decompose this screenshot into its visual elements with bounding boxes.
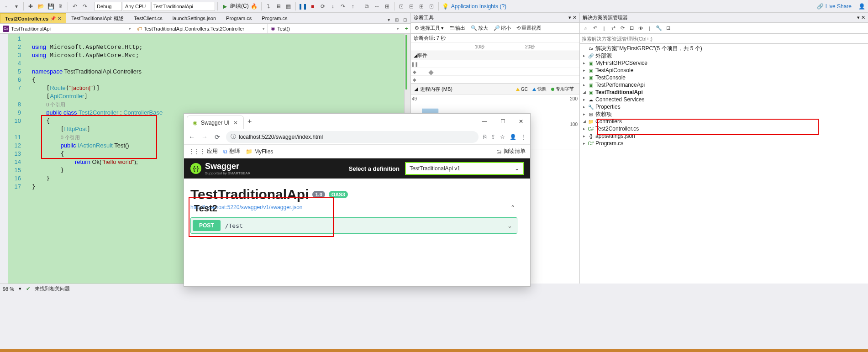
sol-back-icon[interactable]: ↶ xyxy=(591,24,599,32)
browser-back-icon[interactable]: ← xyxy=(188,133,196,141)
fold-gutter[interactable] xyxy=(24,34,30,284)
tab-close-icon[interactable]: ✕ xyxy=(233,120,238,126)
tab-test2controller[interactable]: Test2Controller.cs📌✕ xyxy=(0,13,66,23)
step-out-icon[interactable]: ↑ xyxy=(348,2,358,11)
memory-header[interactable]: ◢ 进程内存 (MB) GC 快照 专用字节 xyxy=(411,84,579,95)
events-header[interactable]: ◢ 事件 xyxy=(411,51,579,60)
solution-search-input[interactable] xyxy=(582,36,866,42)
account-icon[interactable]: 👤 xyxy=(857,2,866,11)
nav-class[interactable]: 🏷TestTraditionalApi.Controllers.Test2Con… xyxy=(134,24,268,33)
kebab-icon[interactable]: ⋮ xyxy=(521,134,526,140)
app-insights-link[interactable]: Application Insights (?) xyxy=(451,3,506,10)
nav-member[interactable]: ◉Test()▾ xyxy=(268,24,402,33)
open-icon[interactable]: 📂 xyxy=(36,2,45,11)
tool7-icon[interactable]: ⊡ xyxy=(427,2,436,11)
step-over-icon[interactable]: ↷ xyxy=(338,2,347,11)
myfiles-bookmark[interactable]: 📁MyFiles xyxy=(246,148,273,155)
translate-bookmark[interactable]: ⧉翻译 xyxy=(223,147,240,155)
tool2-icon[interactable]: ↔ xyxy=(373,2,382,11)
config-combo[interactable]: Debug xyxy=(95,2,122,11)
redo-icon[interactable]: ↷ xyxy=(80,2,89,11)
sol-refresh-icon[interactable]: ⟳ xyxy=(618,24,626,32)
tab-dropdown-icon[interactable]: ▾ xyxy=(385,16,392,23)
restart-icon[interactable]: ⟳ xyxy=(318,2,327,11)
stop-icon[interactable]: ■ xyxy=(308,2,317,11)
pause-icon[interactable]: ❚❚ xyxy=(298,2,307,11)
browser-tab[interactable]: ◉ Swagger UI ✕ xyxy=(187,116,244,129)
node-project5[interactable]: ◢▣TestTraditionalApi xyxy=(580,89,868,96)
panel-dropdown-icon[interactable]: ▾ xyxy=(857,15,860,20)
tab-overview[interactable]: TestTraditionalApi: 概述 xyxy=(66,13,129,23)
tab-split-icon[interactable]: ⊞ xyxy=(393,16,400,23)
tool5-icon[interactable]: ⊟ xyxy=(407,2,416,11)
node-properties[interactable]: ▸🔧Properties xyxy=(580,103,868,110)
hot-reload-icon[interactable]: 🔥 xyxy=(250,2,259,11)
share-icon[interactable]: ⇪ xyxy=(491,134,495,140)
url-field[interactable]: ⓘ localhost:5220/swagger/index.html xyxy=(226,131,479,143)
node-project2[interactable]: ▸▣TestApiConsole xyxy=(580,67,868,74)
window-close-icon[interactable]: ✕ xyxy=(512,115,530,128)
output-button[interactable]: 🗔 输出 xyxy=(447,25,467,32)
panel-close-icon[interactable]: ✕ xyxy=(861,15,865,20)
profile-icon[interactable]: 👤 xyxy=(510,134,516,140)
browser-reload-icon[interactable]: ⟳ xyxy=(213,133,221,141)
panel-dropdown-icon[interactable]: ▾ xyxy=(568,15,571,20)
pin-icon[interactable]: 📌 xyxy=(50,16,56,21)
close-icon[interactable]: ✕ xyxy=(58,16,61,21)
tab-testclient[interactable]: TestClient.cs xyxy=(129,13,167,23)
save-all-icon[interactable]: 🗎 xyxy=(56,2,65,11)
tab-launchsettings[interactable]: launchSettings.json xyxy=(168,13,221,23)
solution-root[interactable]: 🗂解决方案"MyFirstGRPC"(5 个项目，共 5 个) xyxy=(580,45,868,52)
node-project3[interactable]: ▸▣TestConsole xyxy=(580,74,868,81)
solution-tree[interactable]: 🗂解决方案"MyFirstGRPC"(5 个项目，共 5 个) ▸🔗外部源 ▸▣… xyxy=(580,44,868,148)
sol-view-icon[interactable]: ⊡ xyxy=(664,24,672,32)
tab-program2[interactable]: Program.cs xyxy=(257,13,292,23)
tool4-icon[interactable]: ⊡ xyxy=(397,2,406,11)
sol-collapse-icon[interactable]: ⊟ xyxy=(627,24,636,32)
select-tools-button[interactable]: ⚙ 选择工具 ▾ xyxy=(413,25,446,32)
step-into-icon[interactable]: ↓ xyxy=(328,2,337,11)
save-icon[interactable]: 💾 xyxy=(46,2,55,11)
nav-back-icon[interactable]: ◦ xyxy=(2,2,11,11)
apps-button[interactable]: ⋮⋮⋮应用 xyxy=(189,147,218,155)
panel-close-icon[interactable]: ✕ xyxy=(573,15,577,20)
reading-list-button[interactable]: 🗂阅读清单 xyxy=(496,147,526,155)
node-connected[interactable]: ▸☁Connected Services xyxy=(580,96,868,103)
run-icon[interactable]: ▶ xyxy=(220,2,229,11)
sol-home-icon[interactable]: ⌂ xyxy=(582,24,590,32)
sol-show-icon[interactable]: 👁 xyxy=(637,24,645,32)
zoom-level[interactable]: 98 % xyxy=(3,286,14,292)
platform-combo[interactable]: Any CPU xyxy=(123,2,150,11)
nav-project[interactable]: C#TestTraditionalApi▾ xyxy=(0,24,134,33)
undo-icon[interactable]: ↶ xyxy=(70,2,79,11)
breakpoint-gutter[interactable] xyxy=(0,34,8,284)
tab-more-icon[interactable]: ⊡ xyxy=(401,16,409,23)
info-icon[interactable]: ⓘ xyxy=(231,133,236,141)
sol-sync-icon[interactable]: ⇄ xyxy=(609,24,617,32)
tab-program1[interactable]: Program.cs xyxy=(221,13,257,23)
browser-forward-icon[interactable]: → xyxy=(200,133,209,141)
star-icon[interactable]: ☆ xyxy=(500,134,505,140)
bulb-icon[interactable]: 💡 xyxy=(441,2,450,11)
browser-icon[interactable]: 🖥 xyxy=(274,2,283,11)
node-program[interactable]: ▸C#Program.cs xyxy=(580,140,868,147)
node-external[interactable]: ▸🔗外部源 xyxy=(580,52,868,59)
node-project4[interactable]: ▸▣TestPerformanceApi xyxy=(580,81,868,89)
nav-fwd-icon[interactable]: ▾ xyxy=(12,2,21,11)
translate-icon[interactable]: ⎘ xyxy=(483,134,486,140)
continue-button[interactable]: 继续(C) xyxy=(230,2,249,10)
step-icon[interactable]: ⤵ xyxy=(264,2,273,11)
tool3-icon[interactable]: ⊞ xyxy=(383,2,392,11)
diag-timeline[interactable]: 10秒 20秒 xyxy=(411,43,579,51)
new-tab-button[interactable]: + xyxy=(244,117,256,126)
minimize-icon[interactable]: — xyxy=(475,115,494,128)
browser-titlebar[interactable]: ◉ Swagger UI ✕ + — ☐ ✕ xyxy=(184,114,530,129)
zoom-in-button[interactable]: 🔍 放大 xyxy=(469,25,490,32)
maximize-icon[interactable]: ☐ xyxy=(494,115,512,128)
reset-view-button[interactable]: ⟲ 重置视图 xyxy=(515,25,543,32)
node-deps[interactable]: ▸⊞依赖项 xyxy=(580,110,868,118)
tool6-icon[interactable]: ⊞ xyxy=(417,2,426,11)
solution-search[interactable] xyxy=(580,34,868,44)
definition-select[interactable]: TestTraditionalApi v1⌄ xyxy=(405,162,524,175)
new-icon[interactable]: ✚ xyxy=(26,2,35,11)
